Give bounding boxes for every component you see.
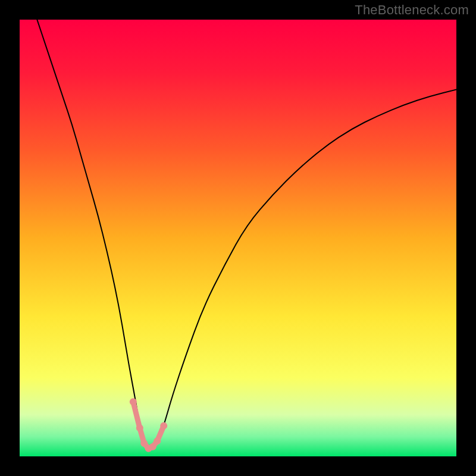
bottleneck-chart [20, 20, 456, 456]
min-region-point [160, 422, 167, 430]
gradient-background [20, 20, 456, 456]
min-region-point [154, 437, 161, 444]
plot-area [20, 20, 456, 456]
min-region-point [130, 398, 137, 405]
min-region-point [136, 424, 143, 431]
min-region-point [149, 443, 156, 450]
chart-frame: TheBottleneck.com [0, 0, 476, 476]
watermark-text: TheBottleneck.com [355, 2, 469, 18]
